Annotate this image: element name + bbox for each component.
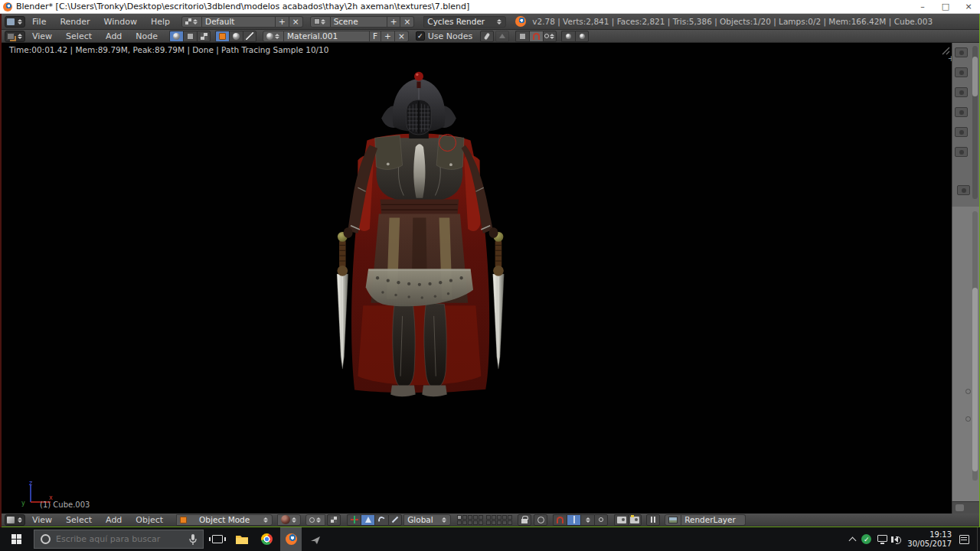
- file-explorer-button[interactable]: [231, 527, 253, 551]
- node-menu-view[interactable]: View: [25, 31, 59, 41]
- proportional-edit-button[interactable]: [534, 514, 547, 526]
- properties-tab-icon[interactable]: [955, 147, 968, 157]
- mic-icon[interactable]: [189, 534, 197, 545]
- scrollbar-thumb[interactable]: [972, 57, 978, 96]
- pivot-dropdown[interactable]: [305, 514, 325, 526]
- object-shader-toggle[interactable]: [215, 31, 229, 42]
- minimize-button[interactable]: –: [911, 0, 934, 13]
- 3d-viewport[interactable]: Time:00:01.42 | Mem:89.79M, Peak:89.79M …: [2, 43, 979, 514]
- go-to-parent-tree-button[interactable]: [495, 31, 509, 42]
- properties-tab-icon[interactable]: [955, 67, 968, 77]
- taskbar-search[interactable]: [34, 530, 204, 549]
- node-menu-select[interactable]: Select: [59, 31, 99, 41]
- world-shader-toggle[interactable]: [229, 31, 243, 42]
- action-center-icon[interactable]: [959, 535, 969, 544]
- clock[interactable]: 19:13 30/05/2017: [907, 530, 952, 549]
- volume-icon[interactable]: [894, 536, 898, 543]
- app-button[interactable]: [305, 527, 326, 551]
- scrollbar[interactable]: [972, 46, 978, 199]
- layers-block-1[interactable]: [457, 515, 483, 525]
- layers-widget[interactable]: [457, 515, 512, 525]
- shader-nodes-toggle[interactable]: [169, 31, 183, 42]
- manipulator-toggle[interactable]: [347, 514, 361, 526]
- copy-nodes-button[interactable]: [561, 31, 575, 42]
- manipulate-centers-toggle[interactable]: [327, 514, 341, 526]
- material-add-button[interactable]: +: [381, 31, 395, 42]
- editor-type-button-node[interactable]: [5, 31, 25, 42]
- rotate-manipulator[interactable]: [374, 514, 388, 526]
- restrict-icon[interactable]: [965, 389, 971, 394]
- properties-tab-icon[interactable]: [955, 127, 968, 137]
- material-browse-button[interactable]: [263, 31, 284, 42]
- layout-delete-button[interactable]: ×: [289, 16, 303, 28]
- node-menu-add[interactable]: Add: [99, 31, 129, 41]
- blender-taskbar-button[interactable]: [280, 527, 302, 551]
- pin-node-tree-button[interactable]: [480, 31, 494, 42]
- render-still-button[interactable]: [614, 514, 628, 526]
- editor-type-button-info[interactable]: [5, 16, 25, 28]
- scrollbar[interactable]: [972, 211, 978, 481]
- layout-browse-button[interactable]: [181, 16, 202, 28]
- material-name-field[interactable]: Material.001: [284, 31, 370, 42]
- maximize-button[interactable]: □: [934, 0, 957, 13]
- render-anim-button[interactable]: [628, 514, 642, 526]
- render-engine-dropdown[interactable]: Cycles Render: [423, 16, 506, 28]
- panel-header[interactable]: [952, 501, 979, 514]
- show-desktop-button[interactable]: [977, 527, 980, 551]
- node-menu-node[interactable]: Node: [129, 31, 165, 41]
- snap-peel-button[interactable]: [594, 514, 608, 526]
- scene-delete-button[interactable]: ×: [400, 16, 414, 28]
- use-nodes-checkbox[interactable]: ✓: [416, 31, 425, 41]
- snap-toggle[interactable]: [553, 514, 567, 526]
- snap-element-dropdown[interactable]: [580, 514, 594, 526]
- render-layer-icon-seg[interactable]: [665, 514, 681, 526]
- scale-manipulator[interactable]: [388, 514, 402, 526]
- start-button[interactable]: [0, 527, 32, 551]
- snap-toggle[interactable]: [529, 31, 543, 42]
- shading-dropdown[interactable]: [277, 514, 301, 526]
- tray-expand-icon[interactable]: [849, 536, 857, 544]
- paste-nodes-button[interactable]: [575, 31, 589, 42]
- translate-manipulator[interactable]: [361, 514, 374, 526]
- outliner-panel[interactable]: [952, 207, 979, 501]
- orientation-dropdown[interactable]: Global: [403, 514, 451, 526]
- backdrop-toggle[interactable]: [515, 31, 529, 42]
- v3d-menu-select[interactable]: Select: [59, 515, 99, 525]
- material-unlink-button[interactable]: ×: [395, 31, 409, 42]
- layout-add-button[interactable]: +: [276, 16, 289, 28]
- menu-window[interactable]: Window: [97, 17, 144, 27]
- v3d-menu-add[interactable]: Add: [99, 515, 129, 525]
- area-corner-grip[interactable]: [939, 44, 950, 55]
- v3d-menu-object[interactable]: Object: [129, 515, 170, 525]
- task-view-button[interactable]: [207, 527, 228, 551]
- mode-dropdown[interactable]: Object Mode: [176, 514, 273, 526]
- menu-render[interactable]: Render: [53, 17, 96, 27]
- tray-sync-icon[interactable]: ✓: [861, 534, 871, 544]
- render-layer-dropdown[interactable]: RenderLayer: [681, 514, 746, 526]
- panel-corner-icon[interactable]: [957, 185, 970, 195]
- search-input[interactable]: [56, 534, 189, 544]
- scene-browse-button[interactable]: [310, 16, 331, 28]
- snap-element-button[interactable]: [567, 514, 580, 526]
- lock-to-scene-button[interactable]: [518, 514, 531, 526]
- close-button[interactable]: ×: [957, 0, 980, 13]
- menu-help[interactable]: Help: [144, 17, 177, 27]
- compositing-nodes-toggle[interactable]: [183, 31, 197, 42]
- editor-type-button-3dview[interactable]: [5, 514, 25, 526]
- texture-nodes-toggle[interactable]: [197, 31, 211, 42]
- scene-name-field[interactable]: Scene: [331, 16, 387, 28]
- properties-panel[interactable]: [952, 43, 979, 207]
- menu-file[interactable]: File: [25, 17, 53, 27]
- network-icon[interactable]: [877, 535, 887, 542]
- chrome-button[interactable]: [256, 527, 277, 551]
- snap-element-dropdown[interactable]: [543, 31, 557, 42]
- properties-tab-icon[interactable]: [955, 87, 968, 97]
- pause-render-button[interactable]: [646, 514, 660, 526]
- layout-name-field[interactable]: Default: [202, 16, 276, 28]
- layers-block-2[interactable]: [486, 515, 512, 525]
- properties-tab-icon[interactable]: [955, 47, 968, 57]
- scene-add-button[interactable]: +: [387, 16, 401, 28]
- properties-tab-icon[interactable]: [955, 107, 968, 117]
- restrict-icon[interactable]: [965, 416, 971, 422]
- window-titlebar[interactable]: Blender* [C:\Users\Tronky\Desktop\escrit…: [0, 0, 980, 14]
